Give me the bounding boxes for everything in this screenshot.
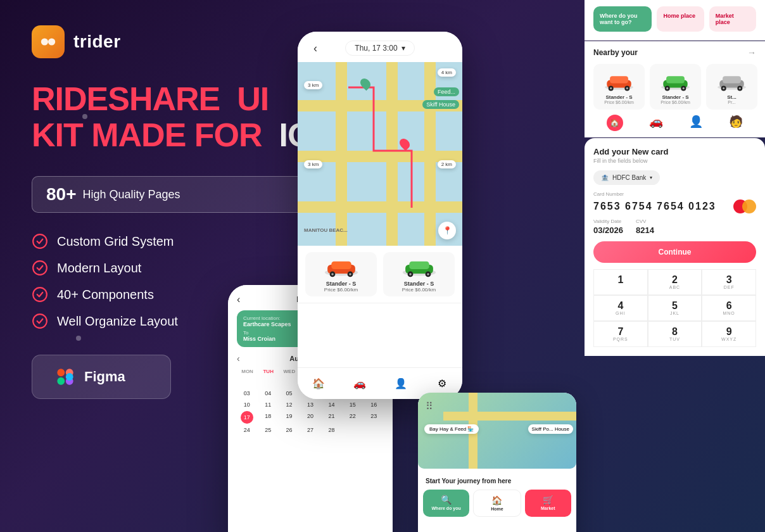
bank-selector[interactable]: 🏦 HDFC Bank ▾	[593, 170, 660, 185]
nav-settings-icon[interactable]: ⚙	[433, 375, 451, 393]
check-icon-3	[32, 286, 48, 303]
validity-label: Validity Date	[593, 218, 623, 224]
cal-day-16[interactable]: 16	[364, 400, 384, 410]
car2-name: Stander - S	[387, 281, 451, 287]
svg-point-2	[33, 235, 47, 249]
cal-day-17-today[interactable]: 17	[241, 411, 253, 424]
cal-day-22[interactable]: 22	[343, 411, 362, 424]
svg-point-22	[409, 273, 412, 276]
destinations-section: Where do you want to go? Home place Mark…	[585, 0, 765, 41]
nav-home-dot[interactable]: 🏠	[607, 115, 623, 131]
nav-car-icon-b[interactable]: 🚗	[649, 115, 663, 131]
svg-rect-41	[723, 76, 741, 83]
logo-icon	[32, 25, 65, 58]
nearby-car-3-img	[711, 69, 752, 92]
car-card-green[interactable]: Stander - S Price $6.00/km	[383, 252, 455, 296]
dest-where-btn[interactable]: Where do you want to go?	[593, 6, 652, 32]
cal-day-19[interactable]: 19	[279, 411, 299, 424]
journey-market-btn[interactable]: 🛒 Market	[525, 490, 571, 517]
feature-label-3: 40+ Components	[57, 288, 154, 302]
cal-day-05[interactable]: 05	[279, 388, 299, 398]
car-card-orange[interactable]: Stander - S Price $6.00/km	[305, 252, 377, 296]
num-key-5[interactable]: 5 JKL	[648, 295, 702, 321]
map-body: 3 km 4 km 3 km 2 km Feed... Skiff House …	[298, 62, 462, 246]
car-img-green	[397, 256, 441, 278]
feature-label-4: Well Organize Layout	[57, 314, 178, 329]
nearby-title: Nearby your	[593, 48, 638, 57]
nearby-car-3[interactable]: St... Pr...	[706, 64, 757, 110]
cal-day-14[interactable]: 14	[322, 400, 341, 410]
journey-where-btn[interactable]: 🔍 Where do you	[423, 490, 469, 517]
nav-car-icon[interactable]: 🚗	[351, 375, 369, 393]
num-key-6[interactable]: 6 MNO	[702, 295, 756, 321]
num-key-8[interactable]: 8 TUV	[648, 321, 702, 347]
svg-point-4	[33, 288, 47, 302]
num-key-2[interactable]: 2 ABC	[648, 269, 702, 295]
cal-day-04[interactable]: 04	[258, 388, 277, 398]
validity-field: Validity Date 03/2026	[593, 218, 623, 235]
nearby-car-2[interactable]: Stander - S Price $6.00/km	[650, 64, 701, 110]
mc-right	[742, 200, 756, 213]
calendar-back-btn[interactable]: ‹	[237, 294, 240, 305]
figma-label: Figma	[84, 369, 125, 385]
figma-icon	[55, 367, 75, 387]
decorative-dot-1	[82, 114, 87, 119]
cal-day-12[interactable]: 12	[279, 400, 299, 410]
nav-home-icon[interactable]: 🏠	[310, 375, 327, 393]
locate-btn[interactable]: 📍	[438, 222, 456, 239]
car1-name: Stander - S	[309, 281, 373, 287]
cal-day-10[interactable]: 10	[237, 400, 256, 410]
location-from-label: Current location:	[243, 315, 301, 321]
badge-text: High Quality Pages	[83, 188, 180, 201]
cal-day-27[interactable]: 27	[300, 425, 320, 435]
dest-home-btn[interactable]: Home place	[657, 6, 704, 32]
num-key-7[interactable]: 7 PQRS	[593, 321, 648, 347]
svg-point-10	[66, 373, 73, 381]
nearby-car-1-img	[598, 69, 640, 92]
num-key-1[interactable]: 1	[593, 269, 648, 295]
location-to-label: To	[243, 330, 301, 336]
cal-day-11[interactable]: 11	[258, 400, 277, 410]
cal-day-18[interactable]: 18	[258, 411, 277, 424]
bank-chevron-icon: ▾	[650, 175, 652, 180]
dist-2: 4 km	[438, 68, 456, 77]
nearby-arrow[interactable]: →	[747, 48, 756, 58]
cal-day-24[interactable]: 24	[237, 425, 256, 435]
payment-section: Add your New card Fill in the fields bel…	[585, 138, 765, 356]
cal-day-26[interactable]: 26	[279, 425, 299, 435]
calendar-prev-btn[interactable]: ‹	[237, 353, 240, 364]
car1-price: Price $6.00/km	[309, 287, 373, 293]
svg-point-5	[33, 315, 47, 329]
phone-map-main: ‹ Thu, 17 3:00 ▾ 3 km 4 km 3 km 2 km	[298, 32, 462, 399]
figma-button[interactable]: Figma	[32, 355, 171, 399]
nearby-car-1[interactable]: Stander - S Price $6.00/km	[593, 64, 645, 110]
right-panel: Where do you want to go? Home place Mark…	[585, 0, 765, 532]
cal-day-15[interactable]: 15	[343, 400, 362, 410]
dest-market-btn[interactable]: Market place	[709, 6, 756, 32]
nav-profile-icon[interactable]: 👤	[392, 375, 410, 393]
cal-day-21[interactable]: 21	[322, 411, 341, 424]
num-key-9[interactable]: 9 WXYZ	[702, 321, 756, 347]
journey-store-label: Bay Hay & Feed 🏪	[424, 424, 479, 434]
cal-day-28[interactable]: 28	[322, 425, 341, 435]
continue-button[interactable]: Continue	[593, 241, 756, 263]
journey-title-area: Start Your journey from here	[418, 474, 576, 487]
day-tuh: TUH	[258, 369, 279, 374]
nav-user-icon-b[interactable]: 🧑	[729, 115, 743, 131]
dist-1: 3 km	[304, 81, 322, 89]
cal-day-20[interactable]: 20	[300, 411, 320, 424]
nav-profile-icon-b[interactable]: 👤	[689, 115, 703, 131]
num-key-4[interactable]: 4 GHI	[593, 295, 648, 321]
cal-day-23[interactable]: 23	[364, 411, 384, 424]
map-back-btn[interactable]: ‹	[307, 39, 324, 57]
check-icon-1	[32, 233, 48, 250]
num-key-3[interactable]: 3 DEF	[702, 269, 756, 295]
dest-where-label: Where do you want to go?	[600, 13, 638, 25]
cal-day-03[interactable]: 03	[237, 388, 256, 398]
svg-point-0	[41, 38, 48, 45]
journey-home-btn[interactable]: 🏠 Home	[473, 490, 521, 517]
svg-rect-27	[610, 76, 628, 83]
cal-day-25[interactable]: 25	[258, 425, 277, 435]
cal-day-13[interactable]: 13	[300, 400, 320, 410]
dist-4: 2 km	[438, 160, 456, 168]
